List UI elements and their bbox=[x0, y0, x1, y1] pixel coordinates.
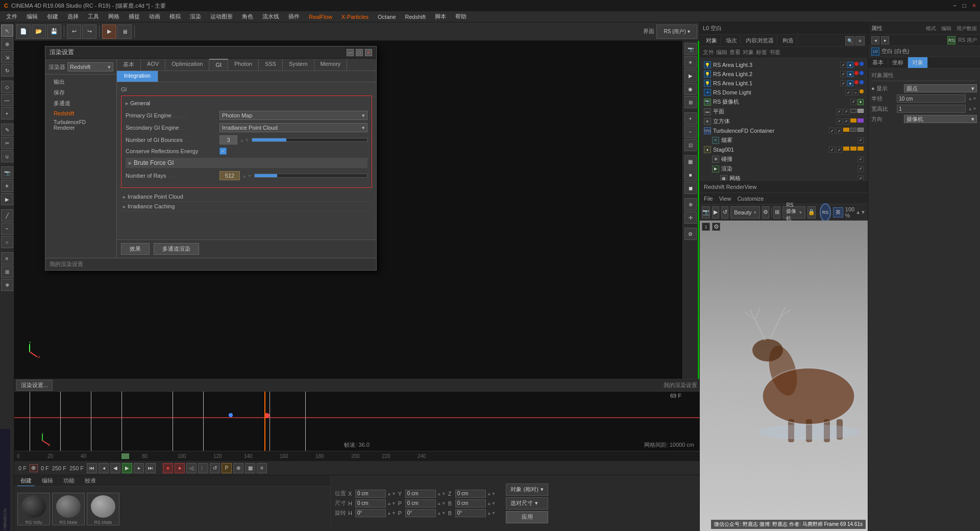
scene-menu-tags[interactable]: 对象 bbox=[743, 49, 754, 56]
rot-h-arrows[interactable]: ▲▼ bbox=[387, 511, 396, 516]
rv-menu-view[interactable]: View bbox=[719, 196, 731, 202]
left-redshift[interactable]: Redshift bbox=[45, 109, 116, 118]
tool-move[interactable]: ⊕ bbox=[1, 38, 13, 50]
menu-animate[interactable]: 动画 bbox=[145, 12, 164, 21]
left-multipass[interactable]: 多通道 bbox=[45, 98, 116, 109]
tool-freeze[interactable]: ❄ bbox=[1, 279, 13, 291]
prop-tab-coords[interactable]: 坐标 bbox=[888, 57, 908, 68]
pos-z-input[interactable] bbox=[455, 490, 486, 498]
rot-b-input[interactable] bbox=[455, 509, 486, 517]
cube-vis[interactable]: ✓ bbox=[836, 118, 842, 125]
menu-select[interactable]: 选择 bbox=[63, 12, 83, 21]
tab-aov[interactable]: AOV bbox=[141, 59, 165, 70]
vr-cam[interactable]: 📷 bbox=[684, 43, 697, 55]
left-save[interactable]: 保存 bbox=[45, 87, 116, 98]
mat-tab-create[interactable]: 创建 bbox=[17, 476, 35, 486]
tfd-vis[interactable]: ✓ bbox=[829, 128, 835, 134]
render-settings-btn[interactable]: 渲染设置... bbox=[16, 380, 53, 391]
tool-edge[interactable]: — bbox=[1, 94, 13, 106]
rv-profile-icon[interactable]: RS bbox=[820, 203, 831, 222]
rays-input[interactable] bbox=[219, 171, 240, 180]
vr-render[interactable]: ▶ bbox=[684, 69, 697, 82]
mat-tab-calibrate[interactable]: 校准 bbox=[82, 476, 99, 486]
scene-menu-view[interactable]: 编辑 bbox=[716, 49, 727, 56]
effects-btn[interactable]: 效果 bbox=[121, 243, 150, 255]
tool-brush[interactable]: ○ bbox=[1, 236, 13, 248]
close-btn[interactable]: × bbox=[972, 2, 976, 9]
play-reverse-btn[interactable]: ◀ bbox=[110, 463, 120, 473]
step-btn[interactable]: ▦ bbox=[245, 463, 255, 473]
pos-x-arrows[interactable]: ▲▼ bbox=[387, 491, 396, 496]
multipass-btn[interactable]: 多通道渲染 bbox=[154, 243, 199, 255]
pos-x-input[interactable] bbox=[355, 490, 386, 498]
menu-octane[interactable]: Octane bbox=[374, 13, 400, 21]
pos-y-arrows[interactable]: ▲▼ bbox=[437, 491, 446, 496]
next-frame-btn[interactable]: ▸ bbox=[134, 463, 144, 473]
light2-render[interactable]: ● bbox=[847, 71, 853, 77]
go-end-btn[interactable]: ⏭ bbox=[145, 463, 156, 473]
rv-play-btn[interactable]: ▶ bbox=[712, 206, 719, 219]
rv-menu-file[interactable]: File bbox=[704, 196, 713, 202]
scene-item-light3[interactable]: 💡 RS Area Light.3 ✓ ● bbox=[702, 60, 866, 69]
tab-content[interactable]: 内容浏览器 bbox=[743, 36, 777, 45]
rot-h-input[interactable] bbox=[355, 509, 386, 517]
prop-radius-arrows[interactable]: ▲▼ bbox=[968, 96, 977, 101]
tab-objects[interactable]: 对象 bbox=[703, 36, 721, 45]
mat-tab-function[interactable]: 功能 bbox=[60, 476, 78, 486]
mat-tab-edit[interactable]: 编辑 bbox=[39, 476, 56, 486]
render-vis[interactable]: ✓ bbox=[857, 166, 864, 172]
tab-struct[interactable]: 构造 bbox=[779, 36, 797, 45]
scene-search-btn[interactable]: 🔍 bbox=[845, 36, 854, 45]
pos-z-arrows[interactable]: ▲▼ bbox=[487, 491, 496, 496]
prop-tab-object[interactable]: 对象 bbox=[908, 57, 928, 68]
scene-item-light2[interactable]: 💡 RS Area Light.2 ✓ ● bbox=[702, 69, 866, 79]
tfd-render[interactable]: ✓ bbox=[836, 128, 842, 134]
size-b-arrows[interactable]: ▲▼ bbox=[487, 501, 496, 506]
tab-optimization[interactable]: Optimization bbox=[165, 59, 209, 70]
tool-spline[interactable]: ~ bbox=[1, 223, 13, 235]
tool-knife[interactable]: ✂ bbox=[1, 137, 13, 149]
plane-vis[interactable]: ✓ bbox=[836, 109, 842, 115]
tab-scenes[interactable]: 场次 bbox=[723, 36, 741, 45]
menu-render[interactable]: 渲染 bbox=[186, 12, 205, 21]
render-view-btn[interactable]: 🖥 bbox=[117, 25, 132, 39]
rot-b-arrows[interactable]: ▲▼ bbox=[487, 511, 496, 516]
tool-point[interactable]: • bbox=[1, 107, 13, 119]
rv-lock-btn[interactable]: 🔒 bbox=[807, 206, 816, 219]
renderer-dropdown[interactable]: Redshift bbox=[67, 62, 113, 71]
menu-pipeline[interactable]: 流水线 bbox=[258, 12, 283, 21]
scene-item-render[interactable]: ▶ 渲染 ✓ bbox=[702, 164, 866, 174]
scene-menu-object[interactable]: 查看 bbox=[729, 49, 741, 56]
menu-snap[interactable]: 捕捉 bbox=[125, 12, 144, 21]
scene-item-camera[interactable]: 📷 RS 摄像机 ✓ ● bbox=[702, 97, 866, 107]
rv-settings-btn[interactable]: ⚙ bbox=[762, 206, 769, 219]
conserve-checkbox[interactable]: ✓ bbox=[219, 148, 227, 155]
tab-basic[interactable]: 基本 bbox=[117, 59, 141, 70]
menu-script[interactable]: 脚本 bbox=[431, 12, 450, 21]
scene-menu-bookmarks2[interactable]: 书签 bbox=[769, 49, 780, 56]
light3-vis[interactable]: ✓ bbox=[840, 62, 846, 68]
size-h-arrows[interactable]: ▲▼ bbox=[387, 501, 396, 506]
rv-crop-btn[interactable]: ⊞ bbox=[773, 206, 780, 219]
menu-plugins[interactable]: 插件 bbox=[284, 12, 304, 21]
prop-aspect-arrows[interactable]: ▲▼ bbox=[968, 106, 977, 111]
vr-zoom-out[interactable]: − bbox=[684, 126, 697, 138]
scene-item-plane[interactable]: ▬ 平面 ✓ ✓ bbox=[702, 107, 866, 116]
rv-zoom-arrows[interactable]: ▲▼ bbox=[855, 209, 866, 215]
pos-y-input[interactable] bbox=[405, 490, 436, 498]
scene-item-tfd[interactable]: TFD TurbulenceFD Container ✓ ✓ bbox=[702, 126, 866, 135]
tool-hair[interactable]: ≡ bbox=[1, 252, 13, 264]
general-section-header[interactable]: General bbox=[126, 100, 368, 107]
render-gear[interactable]: ⚙ bbox=[712, 223, 720, 231]
size-p-input[interactable] bbox=[405, 499, 436, 508]
size-mode-dropdown[interactable]: 选对尺寸 ▾ bbox=[506, 497, 548, 510]
tool-magnet[interactable]: ∪ bbox=[1, 150, 13, 162]
loop-btn[interactable]: ↺ bbox=[210, 463, 220, 473]
open-btn[interactable]: 📂 bbox=[32, 25, 46, 39]
redo-btn[interactable]: ↪ bbox=[82, 25, 96, 39]
record-all-btn[interactable]: ● bbox=[175, 463, 185, 473]
rot-p-input[interactable] bbox=[405, 509, 436, 517]
record-active-btn[interactable]: ● bbox=[163, 463, 173, 473]
menu-mesh[interactable]: 网格 bbox=[104, 12, 124, 21]
prop-nav-fwd[interactable]: ▸ bbox=[881, 36, 889, 44]
